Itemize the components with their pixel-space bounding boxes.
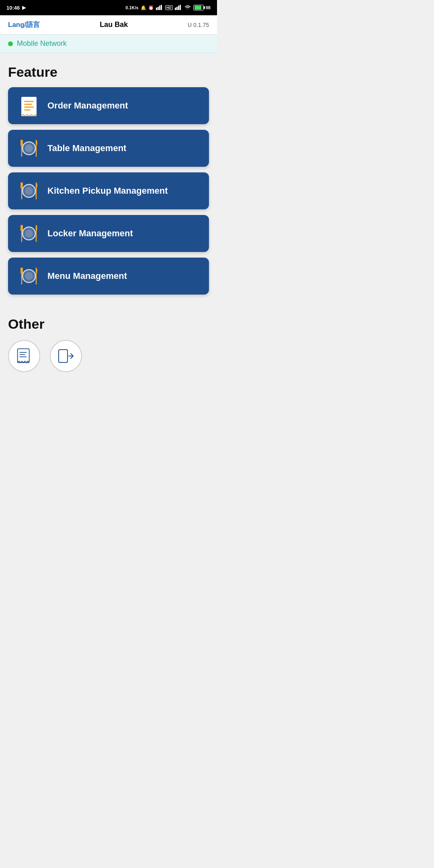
other-receipt-button[interactable] (8, 340, 40, 372)
table-icon-wrap (18, 137, 40, 160)
locker-management-button[interactable]: Locker Management (8, 215, 209, 252)
logout-icon (58, 348, 74, 364)
battery-icon (193, 5, 204, 10)
svg-rect-2 (159, 6, 160, 10)
main-content: Feature (0, 53, 217, 308)
menu-management-button[interactable]: Menu Management (8, 258, 209, 295)
dining-icon-kitchen (18, 180, 40, 202)
locker-icon-wrap (18, 222, 40, 245)
app-header: Lang/語言 Lau Bak U 0.1.75 (0, 15, 217, 35)
status-right: 0.1K/s 🔔 ⏰ HD 98 (125, 4, 211, 11)
feature-section-title: Feature (8, 64, 209, 80)
svg-rect-11 (24, 106, 34, 108)
svg-point-23 (25, 187, 33, 195)
svg-rect-9 (24, 101, 34, 102)
hd-badge: HD (165, 5, 173, 10)
status-bar: 10:46 ▶ 0.1K/s 🔔 ⏰ HD 98 (0, 0, 217, 15)
lang-button[interactable]: Lang/語言 (8, 20, 40, 29)
order-management-label: Order Management (47, 100, 128, 111)
network-status-text: Mobile Network (17, 39, 67, 48)
kitchen-icon-wrap (18, 180, 40, 202)
order-management-button[interactable]: Order Management (8, 87, 209, 124)
table-management-button[interactable]: Table Management (8, 130, 209, 167)
menu-icon-wrap (18, 265, 40, 287)
svg-point-35 (25, 272, 33, 280)
dining-icon-menu (18, 265, 40, 287)
svg-rect-6 (178, 6, 179, 10)
svg-rect-4 (175, 8, 176, 10)
svg-rect-37 (18, 349, 29, 363)
svg-rect-1 (158, 7, 159, 10)
kitchen-pickup-label: Kitchen Pickup Management (47, 186, 168, 196)
status-time: 10:46 (6, 5, 20, 11)
other-logout-button[interactable] (50, 340, 82, 372)
svg-point-29 (25, 229, 33, 237)
locker-management-label: Locker Management (47, 228, 133, 239)
wifi-icon (184, 4, 191, 11)
receipt-icon (20, 95, 38, 116)
network-speed: 0.1K/s (125, 5, 138, 10)
svg-rect-5 (176, 7, 178, 10)
battery-tip (204, 6, 205, 9)
alarm-icon: ⏰ (148, 5, 154, 10)
other-icons-row (8, 340, 209, 376)
media-icon: ▶ (22, 5, 26, 10)
network-bar: Mobile Network (0, 35, 217, 53)
svg-point-17 (25, 144, 33, 152)
signal-icon (156, 4, 163, 11)
order-icon-wrap (18, 94, 40, 117)
dining-icon-locker (18, 222, 40, 245)
other-section: Other (0, 308, 217, 376)
svg-rect-12 (24, 109, 31, 111)
mute-icon: 🔔 (141, 5, 146, 10)
svg-rect-10 (24, 104, 32, 105)
app-title: Lau Bak (100, 20, 128, 29)
battery-percent: 98 (206, 5, 211, 10)
status-left: 10:46 ▶ (6, 5, 26, 11)
menu-management-label: Menu Management (47, 271, 127, 281)
kitchen-pickup-button[interactable]: Kitchen Pickup Management (8, 172, 209, 209)
network-status-dot (8, 41, 13, 46)
signal2-icon (175, 4, 182, 11)
svg-rect-7 (180, 5, 181, 10)
app-version: U 0.1.75 (188, 22, 209, 28)
other-section-title: Other (8, 316, 209, 332)
battery-fill (194, 6, 202, 10)
table-management-label: Table Management (47, 143, 126, 154)
svg-rect-3 (161, 5, 162, 10)
dining-icon-table (18, 137, 40, 160)
other-receipt-icon (16, 348, 32, 364)
svg-rect-41 (59, 350, 68, 362)
svg-rect-0 (156, 8, 157, 10)
